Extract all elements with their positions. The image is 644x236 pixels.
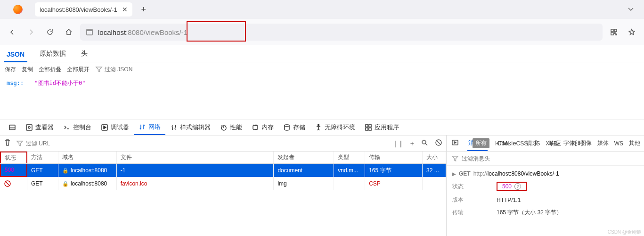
col-file[interactable]: 文件 — [117, 152, 274, 163]
clear-button[interactable] — [4, 139, 11, 148]
col-transferred[interactable]: 传输 — [365, 152, 423, 163]
save-button[interactable]: 保存 — [5, 66, 16, 74]
performance-icon — [220, 124, 228, 131]
network-filter-chips: 所有 HTML CSS JS XHR 字体 图像 媒体 WS 其他 — [473, 138, 640, 148]
col-initiator[interactable]: 发起者 — [274, 152, 334, 163]
version-value: HTTP/1.1 — [497, 197, 521, 203]
inspector-icon — [25, 124, 33, 131]
tab-console[interactable]: 控制台 — [58, 119, 96, 135]
filter-font[interactable]: 字体 — [563, 139, 575, 147]
tab-debugger[interactable]: 调试器 — [96, 119, 134, 135]
cell-file: -1 — [117, 164, 274, 177]
back-button[interactable] — [5, 25, 20, 40]
page-info-icon[interactable] — [86, 28, 93, 36]
transferred-value: 165 字节（大小 32 字节） — [497, 209, 562, 217]
filter-icon — [16, 140, 24, 147]
filter-other[interactable]: 其他 — [629, 139, 640, 147]
tab-network[interactable]: 网络 — [134, 119, 165, 135]
filter-js[interactable]: JS — [533, 140, 540, 147]
resend-icon — [451, 139, 459, 146]
qr-icon[interactable] — [606, 25, 621, 40]
firefox-logo-icon — [13, 5, 23, 14]
memory-icon — [252, 124, 259, 131]
svg-rect-13 — [369, 125, 371, 127]
network-icon — [139, 123, 146, 131]
filter-media[interactable]: 媒体 — [597, 139, 609, 147]
collapse-all-button[interactable]: 全部折叠 — [39, 66, 61, 74]
filter-img[interactable]: 图像 — [580, 139, 592, 147]
col-status[interactable]: 状态 — [0, 152, 27, 163]
svg-rect-2 — [614, 29, 617, 32]
request-summary[interactable]: ▶ GET http://localhost:8080/viewBooks/-1 — [452, 170, 638, 177]
tab-performance[interactable]: 性能 — [215, 119, 247, 135]
tab-headers[interactable]: 头 — [78, 46, 90, 62]
filter-xhr[interactable]: XHR — [546, 140, 557, 147]
filter-css[interactable]: CSS — [516, 140, 528, 147]
search-button[interactable] — [421, 139, 428, 148]
filter-url-input[interactable] — [26, 140, 97, 147]
debugger-icon — [101, 124, 108, 131]
console-icon — [63, 124, 71, 131]
tab-raw-data[interactable]: 原始数据 — [37, 46, 69, 62]
tab-style-editor[interactable]: 样式编辑器 — [165, 119, 215, 135]
details-body: ▶ GET http://localhost:8080/viewBooks/-1… — [447, 166, 644, 221]
devtools-tabs: 查看器 控制台 调试器 网络 样式编辑器 性能 内存 存储 无障碍环境 应用程序 — [0, 119, 644, 135]
svg-point-11 — [318, 124, 319, 126]
col-type[interactable]: 类型 — [334, 152, 365, 163]
block-icon — [435, 139, 442, 146]
help-icon[interactable]: ? — [514, 183, 521, 190]
network-toolbar: ❘❘ + 所有 HTML CSS JS XHR 字体 图像 媒体 WS 其他 — [0, 135, 446, 152]
block-button[interactable] — [435, 139, 442, 148]
chevron-down-icon — [627, 5, 635, 13]
cell-file: favicon.ico — [117, 177, 274, 190]
filter-headers — [447, 152, 644, 166]
status-value-box: 500 ? — [497, 182, 527, 191]
new-tab-button[interactable]: + — [137, 5, 150, 15]
close-icon[interactable]: ✕ — [122, 6, 128, 13]
tab-json[interactable]: JSON — [4, 47, 27, 62]
browser-tab[interactable]: localhost:8080/viewBooks/-1 ✕ — [35, 2, 132, 17]
filter-html[interactable]: HTML — [495, 140, 511, 147]
filter-all[interactable]: 所有 — [473, 138, 489, 148]
request-method: GET — [459, 170, 471, 177]
url-bar[interactable]: localhost:8080/viewBooks/-1 — [80, 24, 603, 41]
cell-type: vnd.m... — [334, 164, 365, 177]
forward-button[interactable] — [24, 25, 39, 40]
tab-storage[interactable]: 存储 — [278, 119, 310, 135]
pause-button[interactable]: ❘❘ — [392, 140, 404, 147]
expand-icon[interactable]: ▶ — [452, 171, 456, 177]
tab-a11y[interactable]: 无障碍环境 — [310, 119, 360, 135]
filter-ws[interactable]: WS — [614, 140, 623, 147]
col-method[interactable]: 方法 — [27, 152, 58, 163]
table-row[interactable]: 500 GET 🔒localhost:8080 -1 document vnd.… — [0, 164, 446, 177]
lock-icon: 🔒 — [62, 168, 69, 174]
browser-tab-bar: localhost:8080/viewBooks/-1 ✕ + — [0, 0, 644, 19]
col-size[interactable]: 大小 — [423, 152, 446, 163]
trash-icon — [4, 139, 11, 146]
home-button[interactable] — [61, 25, 76, 40]
devtools-drawer-button[interactable] — [4, 119, 21, 135]
bookmark-button[interactable] — [624, 25, 639, 40]
url-text: localhost:8080/viewBooks/-1 — [98, 28, 187, 36]
list-tabs-button[interactable] — [622, 5, 639, 14]
label-status: 状态 — [452, 183, 497, 191]
svg-rect-15 — [369, 128, 371, 130]
add-button[interactable]: + — [410, 140, 414, 147]
devtools-panel: 查看器 控制台 调试器 网络 样式编辑器 性能 内存 存储 无障碍环境 应用程序… — [0, 119, 644, 236]
filter-json-input[interactable] — [105, 66, 175, 73]
svg-rect-14 — [366, 128, 368, 130]
json-viewer-tabs: JSON 原始数据 头 — [0, 45, 644, 62]
expand-all-button[interactable]: 全部展开 — [67, 66, 90, 74]
table-row[interactable]: GET 🔒localhost:8080 favicon.ico img CSP — [0, 177, 446, 190]
tab-application[interactable]: 应用程序 — [360, 119, 404, 135]
reload-button[interactable] — [42, 25, 57, 40]
cell-method: GET — [27, 177, 58, 190]
filter-headers-input[interactable] — [462, 155, 639, 162]
tab-inspector[interactable]: 查看器 — [21, 119, 58, 135]
resend-button[interactable] — [451, 139, 459, 148]
tab-memory[interactable]: 内存 — [247, 119, 278, 135]
svg-rect-4 — [9, 125, 15, 130]
col-domain[interactable]: 域名 — [58, 152, 117, 163]
copy-button[interactable]: 复制 — [22, 66, 33, 74]
storage-icon — [283, 124, 291, 131]
